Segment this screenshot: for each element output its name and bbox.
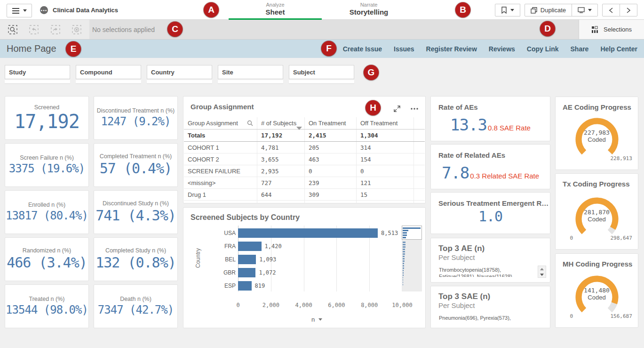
category-label[interactable]: BEL xyxy=(217,256,236,263)
chevron-down-icon xyxy=(318,318,322,321)
x-axis-tick: 0 xyxy=(236,302,239,308)
kpi-card: Discontinued Treatment n (%)1247 (9.2%) xyxy=(94,96,178,140)
category-label[interactable]: FRA xyxy=(217,243,236,250)
table-row: COHORT 14,781205314 xyxy=(184,142,425,154)
kpi-value: 466 (3.4%) xyxy=(7,254,87,271)
filter-subject[interactable]: Subject xyxy=(289,65,354,79)
dimension-cell[interactable]: Drug 1 xyxy=(184,189,257,200)
card-subtitle: Per Subject xyxy=(438,253,475,261)
selections-tool-button[interactable]: Selections xyxy=(579,20,644,39)
next-sheet-button[interactable] xyxy=(620,4,637,16)
gauge-value: 281,870 xyxy=(569,209,625,216)
sheets-dropdown-button[interactable] xyxy=(572,4,598,16)
bookmarks-dropdown-button[interactable] xyxy=(495,4,520,16)
scroll-up-icon[interactable] xyxy=(540,268,544,270)
more-menu-icon[interactable] xyxy=(410,105,419,113)
dimension-cell[interactable]: Screen Failure xyxy=(184,201,257,203)
kpi-card: Screen Failure n (%)3375 (19.6%) xyxy=(5,143,89,187)
navigator-mini-bar xyxy=(403,237,406,238)
scroll-down-icon[interactable] xyxy=(540,274,544,276)
sort-indicator-icon[interactable] xyxy=(296,127,302,130)
tab-narrate-storytelling[interactable]: Narrate Storytelling xyxy=(329,0,408,18)
menu-item-share[interactable]: Share xyxy=(571,45,589,53)
card-title: Rate of Related AEs xyxy=(438,151,505,159)
top3-card: Top 3 SAE (n)Per SubjectPneumonia(696), … xyxy=(430,286,550,328)
tab-label: Sheet xyxy=(266,8,285,16)
kpi-label: Screen Failure n (%) xyxy=(20,154,74,161)
category-label[interactable]: USA xyxy=(217,230,236,236)
column-header[interactable]: Off Treatment xyxy=(357,117,414,129)
kpi-label: Enrolled n (%) xyxy=(28,202,65,208)
clear-selections-icon[interactable] xyxy=(70,23,83,36)
navigator-mini-bar xyxy=(403,244,405,245)
filter-site[interactable]: Site xyxy=(218,65,283,79)
dimension-cell[interactable]: COHORT 2 xyxy=(184,154,257,165)
card-title: Tx Coding Progress xyxy=(563,180,630,188)
search-icon[interactable] xyxy=(247,120,253,126)
selections-status: No selections applied xyxy=(92,20,155,39)
global-menu-button[interactable] xyxy=(7,4,32,17)
filter-study[interactable]: Study xyxy=(5,65,70,79)
chart-scroll-navigator[interactable] xyxy=(402,226,422,291)
card-title: Serious Treatment Emergent R… xyxy=(438,199,549,207)
chevron-down-icon xyxy=(23,9,27,12)
kpi-card: Discontinued Study n (%)741 (4.3%) xyxy=(94,190,178,234)
kpi-value: 1247 (9.2%) xyxy=(101,114,171,129)
bar[interactable] xyxy=(238,281,252,291)
menu-item-copy-link[interactable]: Copy Link xyxy=(527,45,559,53)
menu-item-help-center[interactable]: Help Center xyxy=(600,45,637,53)
measure-cell: 309 xyxy=(305,189,357,200)
x-axis-tick: 8,000 xyxy=(361,302,378,308)
measure-cell: 463 xyxy=(305,154,357,165)
category-label[interactable]: GBR xyxy=(217,269,236,276)
totals-value: 1,304 xyxy=(357,129,414,141)
step-back-icon[interactable] xyxy=(27,23,40,36)
dimension-cell[interactable]: <missing> xyxy=(184,177,257,188)
bar[interactable] xyxy=(238,228,378,238)
smart-search-icon[interactable] xyxy=(6,23,19,36)
bar[interactable] xyxy=(238,268,255,277)
duplicate-button[interactable]: Duplicate xyxy=(525,4,572,16)
navigator-mini-bar xyxy=(403,267,404,269)
selection-tools xyxy=(0,20,89,39)
dimension-cell[interactable]: SCREEN FAILURE xyxy=(184,165,257,177)
kpi-value: 13817 (80.4%) xyxy=(6,209,88,223)
bar[interactable] xyxy=(238,242,262,251)
category-label[interactable]: ESP xyxy=(217,283,236,289)
previous-sheet-button[interactable] xyxy=(602,4,620,16)
dimension-cell[interactable]: COHORT 1 xyxy=(184,142,257,153)
card-title: Rate of AEs xyxy=(438,103,478,111)
topbar-actions: Duplicate xyxy=(495,4,637,16)
bar[interactable] xyxy=(238,255,256,264)
kpi-card: Enrolled n (%)13817 (80.4%) xyxy=(5,190,89,234)
chevron-down-icon xyxy=(510,9,514,11)
step-forward-icon[interactable] xyxy=(49,23,62,36)
menu-item-register-review[interactable]: Register Review xyxy=(426,45,477,53)
scroll-spinner[interactable] xyxy=(538,266,546,278)
tab-category: Narrate xyxy=(360,2,378,8)
filter-country[interactable]: Country xyxy=(147,65,212,79)
column-filler xyxy=(414,201,425,203)
table-row: Drug 164430915 xyxy=(184,189,425,201)
filter-compound[interactable]: Compound xyxy=(76,65,141,79)
table-totals-row: Totals17,1922,4151,304 xyxy=(184,129,425,142)
kpi-value: 741 (4.3%) xyxy=(95,207,176,224)
x-axis-measure-selector[interactable]: n xyxy=(311,316,322,323)
column-header[interactable]: On Treatment xyxy=(305,117,357,129)
tab-analyze-sheet[interactable]: Analyze Sheet xyxy=(229,0,322,20)
gauge-center-text: 227,983Coded xyxy=(569,129,625,143)
menu-item-create-issue[interactable]: Create Issue xyxy=(343,45,382,53)
group-assignment-table: Group Assignment# of SubjectsOn Treatmen… xyxy=(184,117,425,203)
menu-item-reviews[interactable]: Reviews xyxy=(489,45,515,53)
top3-card: Top 3 AE (n)Per SubjectThrombocytopenia(… xyxy=(430,238,550,283)
filter-listbox-strip xyxy=(76,80,141,83)
expand-icon[interactable] xyxy=(393,105,401,113)
kpi-label: Randomized n (%) xyxy=(23,247,72,254)
gauge-value-caption: Coded xyxy=(569,294,625,301)
column-header[interactable]: Group Assignment xyxy=(184,117,257,129)
kpi-card: Completed Treatment n (%)57 (0.4%) xyxy=(94,143,178,187)
top3-list-text: Thrombocytopenia(18758), Fatigue(12681),… xyxy=(439,267,538,277)
menu-item-issues[interactable]: Issues xyxy=(394,45,414,53)
navigator-mini-bar xyxy=(403,265,404,267)
kpi-value: 3375 (19.6%) xyxy=(9,162,85,176)
